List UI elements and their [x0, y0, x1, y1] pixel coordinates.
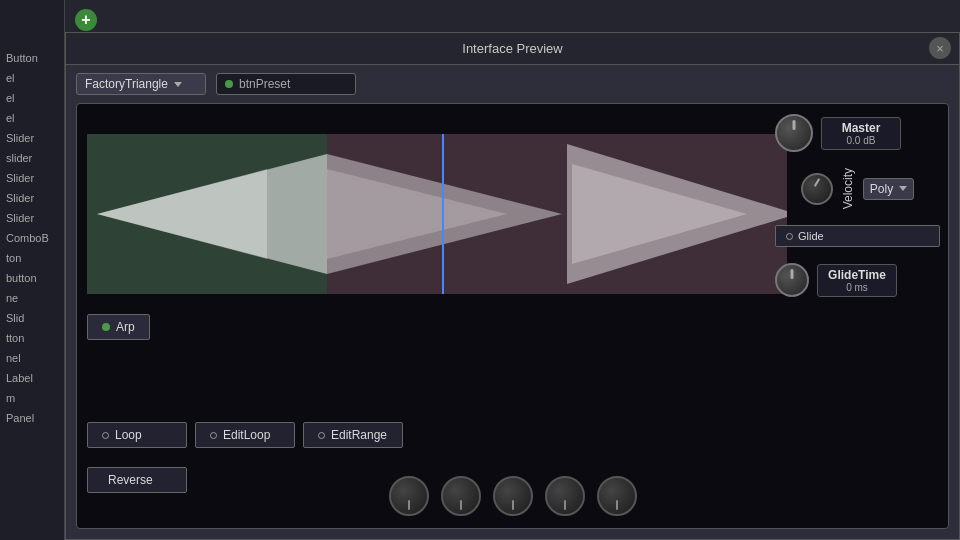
glide-label: Glide [798, 230, 824, 242]
sidebar-item-button[interactable]: Button [0, 50, 64, 66]
master-label: Master [830, 121, 892, 135]
arp-label: Arp [116, 320, 135, 334]
sidebar-item-slider3[interactable]: Slider [0, 170, 64, 186]
sidebar-item-ton[interactable]: ton [0, 250, 64, 266]
reverse-button[interactable]: Reverse [87, 467, 187, 493]
edit-loop-label: EditLoop [223, 428, 270, 442]
arp-button[interactable]: Arp [87, 314, 150, 340]
dialog-toolbar: FactoryTriangle btnPreset [66, 65, 959, 103]
poly-dropdown[interactable]: Poly [863, 178, 914, 200]
loop-button[interactable]: Loop [87, 422, 187, 448]
dialog-title: Interface Preview [462, 41, 562, 56]
bottom-knob-4[interactable] [545, 476, 585, 516]
svg-marker-1 [97, 169, 267, 259]
bottom-knob-1[interactable] [389, 476, 429, 516]
waveform-display[interactable] [87, 134, 787, 294]
sidebar-item-combob[interactable]: ComboB [0, 230, 64, 246]
bottom-knob-2[interactable] [441, 476, 481, 516]
edit-range-button[interactable]: EditRange [303, 422, 403, 448]
master-knob[interactable] [775, 114, 813, 152]
sidebar-item-m[interactable]: m [0, 390, 64, 406]
preset-dropdown[interactable]: FactoryTriangle [76, 73, 206, 95]
reverse-label: Reverse [108, 473, 153, 487]
status-dot-icon [225, 80, 233, 88]
edit-loop-button[interactable]: EditLoop [195, 422, 295, 448]
sidebar-item-button2[interactable]: button [0, 270, 64, 286]
glide-dot-icon [786, 233, 793, 240]
preset-dropdown-label: FactoryTriangle [85, 77, 168, 91]
velocity-row: Velocity Poly [801, 168, 914, 209]
velocity-knob[interactable] [801, 173, 833, 205]
poly-row: Poly [863, 178, 914, 200]
sidebar-item-panel[interactable]: Panel [0, 410, 64, 426]
master-value: 0.0 dB [830, 135, 892, 146]
sidebar-item-nel[interactable]: nel [0, 350, 64, 366]
glide-time-knob[interactable] [775, 263, 809, 297]
dialog-title-bar: Interface Preview × [66, 33, 959, 65]
preview-area: Arp Loop EditLoop EditRange Reverse [76, 103, 949, 529]
control-row: Loop EditLoop EditRange [87, 422, 403, 448]
sidebar-item-slider1[interactable]: Slider [0, 130, 64, 146]
close-button[interactable]: × [929, 37, 951, 59]
poly-arrow-icon [899, 186, 907, 191]
sidebar-item-slider5[interactable]: Slider [0, 210, 64, 226]
preset-input[interactable]: btnPreset [216, 73, 356, 95]
waveform-left-svg [87, 134, 327, 294]
glide-time-value: 0 ms [826, 282, 888, 293]
bottom-knob-5[interactable] [597, 476, 637, 516]
master-label-box: Master 0.0 dB [821, 117, 901, 150]
sidebar-item-el2[interactable]: el [0, 90, 64, 106]
sidebar-item-slid[interactable]: Slid [0, 310, 64, 326]
loop-dot-icon [102, 432, 109, 439]
glide-button[interactable]: Glide [775, 225, 940, 247]
glide-time-label: GlideTime [826, 268, 888, 282]
master-knob-row: Master 0.0 dB [775, 114, 940, 152]
waveform-right-svg [327, 134, 787, 294]
right-panel: Master 0.0 dB Velocity Poly [775, 114, 940, 297]
sidebar-item-ne[interactable]: ne [0, 290, 64, 306]
sidebar-item-el1[interactable]: el [0, 70, 64, 86]
dropdown-arrow-icon [174, 82, 182, 87]
velocity-label: Velocity [841, 168, 855, 209]
sidebar: Button el el el Slider slider Slider Sli… [0, 0, 65, 540]
interface-preview-dialog: Interface Preview × FactoryTriangle btnP… [65, 32, 960, 540]
arp-status-icon [102, 323, 110, 331]
edit-loop-dot-icon [210, 432, 217, 439]
glide-time-label-box: GlideTime 0 ms [817, 264, 897, 297]
edit-range-label: EditRange [331, 428, 387, 442]
bottom-knob-3[interactable] [493, 476, 533, 516]
poly-label: Poly [870, 182, 893, 196]
velocity-section: Velocity Poly [775, 168, 940, 209]
loop-label: Loop [115, 428, 142, 442]
preset-input-value: btnPreset [239, 77, 290, 91]
edit-range-dot-icon [318, 432, 325, 439]
sidebar-item-slider4[interactable]: Slider [0, 190, 64, 206]
sidebar-item-tton[interactable]: tton [0, 330, 64, 346]
glide-time-row: GlideTime 0 ms [775, 263, 940, 297]
add-button[interactable]: + [75, 9, 97, 31]
bottom-knobs-row [389, 476, 637, 516]
sidebar-item-slider2[interactable]: slider [0, 150, 64, 166]
sidebar-item-el3[interactable]: el [0, 110, 64, 126]
sidebar-item-label[interactable]: Label [0, 370, 64, 386]
playhead-line [442, 134, 444, 294]
